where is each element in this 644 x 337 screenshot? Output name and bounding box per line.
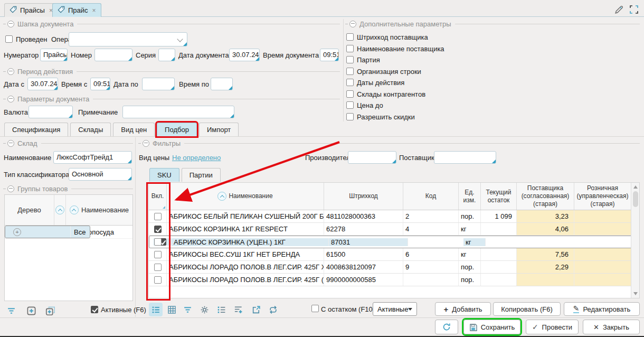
collapse-icon[interactable] [7, 21, 14, 27]
column-header-retail-price[interactable]: Розничная (управленческая) (старая) [574, 183, 631, 210]
sort-icon[interactable] [70, 205, 79, 214]
collapse-icon[interactable] [7, 96, 14, 102]
external-link-icon[interactable] [249, 303, 263, 316]
time-from-input[interactable]: 09:51 [90, 78, 110, 90]
table-row[interactable]: АБРИКОСЫ ЛОРАДО ПОЛОВ.В ЛЕГ.СИР. 425Г Ж/… [149, 261, 639, 274]
scroll-down-icon[interactable] [633, 292, 638, 295]
grid-icon[interactable] [165, 303, 178, 316]
row-include-checkbox[interactable] [154, 264, 162, 271]
classifier-input[interactable]: Основной [69, 168, 132, 181]
currency-input[interactable] [29, 106, 73, 118]
numerator-label: Нумератор [4, 51, 39, 59]
table-row[interactable]: АБРИКОС КОРЗИНКА 1КГ RESPECT622784кг4,06 [149, 223, 639, 236]
date-from-input[interactable]: 30.07.24 [27, 78, 58, 90]
posted-checkbox[interactable] [5, 35, 13, 43]
sku-tab[interactable]: Партии [182, 168, 221, 182]
row-include-checkbox[interactable] [154, 226, 162, 233]
name-column-header[interactable]: Наименование [66, 195, 132, 225]
add-item-icon[interactable] [24, 304, 38, 317]
column-header-incl[interactable]: Вкл. [149, 183, 167, 210]
additional-param-checkbox[interactable] [346, 68, 354, 75]
series-input[interactable] [158, 49, 175, 61]
close-icon[interactable]: × [92, 7, 96, 14]
doc-tab[interactable]: Склады [70, 123, 111, 136]
tree-column-header[interactable]: Дерево [5, 195, 54, 225]
doc-date-input[interactable]: 30.07.24 [229, 49, 260, 61]
additional-param-checkbox[interactable] [346, 56, 354, 63]
row-include-checkbox[interactable] [154, 213, 162, 220]
collapse-icon[interactable] [7, 185, 14, 192]
additional-param-checkbox[interactable] [346, 113, 354, 120]
tree-row[interactable]: +Все [5, 226, 90, 238]
edit-button[interactable]: ✎Редактировать [564, 302, 640, 316]
refresh-icon [442, 323, 451, 331]
manufacturer-input[interactable] [348, 151, 396, 164]
sort-icon[interactable] [217, 192, 226, 201]
additional-param-checkbox[interactable] [346, 45, 354, 52]
add-group-icon[interactable] [43, 304, 57, 317]
numbered-list-icon[interactable] [214, 303, 228, 316]
row-include-checkbox[interactable] [154, 251, 162, 258]
table-row[interactable]: АБРИКОСЫ ЛОРАДО ПОЛОВ.В ЛЕГ.СИР. 425Г (У… [149, 274, 639, 286]
post-button[interactable]: ✓Провести [526, 320, 579, 334]
edit-pencil-icon[interactable] [613, 4, 624, 15]
additional-param-checkbox[interactable] [346, 101, 354, 109]
list-view-icon[interactable] [149, 303, 163, 316]
collapse-icon[interactable] [7, 68, 14, 75]
table-row[interactable]: АБРИКОСЫ ВЕС.СУШ 1КГ НЕТ БРЕНДА615006кг7… [149, 248, 639, 261]
copy-button[interactable]: Копировать (F6) [493, 302, 561, 316]
additional-param-checkbox[interactable] [346, 33, 354, 41]
warehouse-name-input[interactable]: ЛюксСофтТрейд1 [53, 151, 132, 164]
column-header-unit[interactable]: Ед. изм. [459, 183, 481, 210]
sku-tab[interactable]: SKU [149, 168, 179, 182]
state-filter-select[interactable]: Активные [373, 302, 417, 316]
gear-icon[interactable] [197, 303, 211, 316]
filter-icon[interactable] [4, 304, 18, 317]
numerator-input[interactable]: Прайсы [40, 49, 68, 61]
row-include-checkbox[interactable] [154, 238, 162, 246]
doc-tab[interactable]: Подбор [157, 123, 197, 136]
window-tab[interactable]: Прайс× [52, 3, 101, 17]
column-header-barcode[interactable]: Штрихкод [324, 183, 403, 210]
operation-select[interactable] [69, 32, 187, 46]
stock-filter-checkbox[interactable] [311, 305, 319, 312]
add-rows-icon[interactable] [231, 303, 245, 316]
doc-tab[interactable]: Вид цен [113, 123, 155, 136]
scroll-up-icon[interactable] [633, 185, 638, 189]
collapse-icon[interactable] [7, 140, 14, 147]
doc-tab[interactable]: Спецификация [4, 123, 68, 136]
table-row[interactable]: АБРИКОС КОРЗИНКА (УЦЕН.) 1КГ87031кг [149, 236, 640, 248]
scrollbar-thumb[interactable] [633, 191, 638, 207]
plus-circle-icon[interactable]: + [13, 228, 21, 236]
price-type-link[interactable]: Не определено [172, 154, 221, 162]
table-row[interactable]: АБРИКОС БЕЛЫЙ ПЕЛИКАН СУШЕНЫЙ 200Г БЕЛ48… [149, 210, 639, 223]
filter-icon[interactable] [181, 303, 194, 316]
note-input[interactable] [122, 106, 234, 118]
save-button[interactable]: Сохранить [463, 320, 520, 334]
add-button[interactable]: +Добавить [435, 302, 491, 316]
supplier-input[interactable] [434, 151, 496, 164]
fullscreen-icon[interactable] [629, 4, 639, 15]
time-to-input[interactable] [211, 78, 233, 90]
additional-param-checkbox[interactable] [346, 79, 354, 86]
additional-param-checkbox[interactable] [346, 90, 354, 98]
collapse-icon[interactable] [349, 21, 356, 27]
collapse-icon[interactable] [143, 140, 149, 147]
column-header-name[interactable]: Наименование [167, 183, 324, 210]
column-header-stock[interactable]: Текущий остаток [481, 183, 517, 210]
refresh-rows-icon[interactable] [266, 303, 280, 316]
row-include-checkbox[interactable] [154, 276, 162, 284]
products-table: Вкл. Наименование Штрихкод Код Ед. изм. … [148, 182, 640, 298]
column-header-supplier-price[interactable]: Поставщика (согласованная) (старая) [517, 183, 574, 210]
doc-time-input[interactable]: 09:51 [320, 49, 339, 61]
sort-icon[interactable] [54, 195, 66, 225]
column-header-code[interactable]: Код [403, 183, 459, 210]
doc-tab[interactable]: Импорт [199, 123, 239, 136]
close-button[interactable]: ✕Закрыть [583, 320, 640, 334]
number-input[interactable] [94, 49, 132, 61]
refresh-button[interactable] [435, 320, 458, 334]
date-to-input[interactable] [142, 78, 175, 90]
active-filter-checkbox[interactable] [91, 306, 98, 313]
vertical-scrollbar[interactable] [631, 183, 639, 298]
window-tab[interactable]: Прайсы× [4, 3, 58, 17]
